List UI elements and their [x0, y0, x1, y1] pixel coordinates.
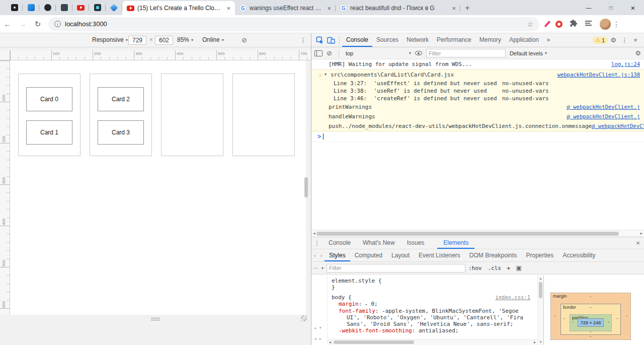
css-property-font-family[interactable]: font-family-apple-system, BlinkMacSystem… — [332, 308, 533, 327]
scroll-right-icon[interactable]: ▸ — [534, 340, 536, 344]
box-model-margin[interactable]: margin - - - - border - - - - padding — [550, 293, 631, 340]
card[interactable]: Card 2 — [98, 87, 144, 111]
pinned-tab-1[interactable] — [6, 0, 23, 15]
console-settings-icon[interactable]: ⚙ — [635, 49, 641, 57]
styles-horizontal-scrollbar[interactable]: ◂ ▸ — [328, 339, 537, 345]
source-link[interactable]: @ webpackHotDevClient.j — [567, 104, 640, 110]
computed-sidebar-toggle-icon[interactable]: ▣ — [513, 264, 525, 271]
expand-triangle-icon[interactable]: ▼ — [325, 73, 327, 77]
highlighter-extension-icon[interactable] — [544, 21, 550, 28]
tab-network[interactable]: Network — [403, 33, 433, 47]
execution-context-select[interactable]: top ▾ — [346, 50, 411, 56]
drawer-close-icon[interactable]: × — [632, 239, 644, 247]
log-levels-select[interactable]: Default levels ▾ — [510, 50, 547, 56]
expand-value-icon[interactable]: ▸ — [365, 302, 368, 307]
css-property-margin[interactable]: margin▸ 0 — [332, 301, 533, 308]
toggle-class-button[interactable]: .cls — [485, 265, 505, 271]
scroll-left-icon[interactable]: ◂ — [329, 340, 331, 344]
tab-sources[interactable]: Sources — [372, 33, 403, 47]
box-model-padding[interactable]: padding - - 729 × 248 — [570, 314, 612, 331]
console-sidebar-icon[interactable] — [314, 50, 323, 56]
page-scrollbar-thumb[interactable] — [304, 177, 308, 197]
scroll-left-icon[interactable]: ◂ — [314, 337, 316, 341]
puzzle-extensions-icon[interactable] — [570, 19, 578, 29]
console-prompt[interactable]: > — [311, 131, 644, 142]
console-filter-input[interactable] — [426, 49, 506, 57]
devtools-close-icon[interactable]: × — [630, 36, 641, 44]
scroll-right-icon[interactable]: ▸ — [319, 337, 321, 341]
subtab-dom-breakpoints[interactable]: DOM Breakpoints — [465, 249, 522, 261]
source-link[interactable]: @ webpackHotDevClient.j — [567, 113, 640, 119]
live-expression-eye-icon[interactable] — [415, 51, 422, 55]
more-tabs-icon[interactable]: » — [543, 33, 554, 47]
pinned-tab-5[interactable] — [72, 0, 89, 15]
url-text[interactable]: localhost:3000 — [65, 20, 107, 28]
devtools-settings-icon[interactable]: ⚙ — [608, 36, 619, 44]
chevron-down-icon[interactable]: ▾ — [319, 266, 326, 270]
reload-icon[interactable]: ↻ — [30, 20, 45, 29]
tab-dnd-search[interactable]: G react beautifull dnd - Поиск в G × — [336, 1, 460, 15]
box-model-content[interactable]: 729 × 248 — [578, 318, 604, 327]
viewport-resize-handle[interactable] — [151, 318, 160, 320]
drawer-tab-console[interactable]: Console — [323, 237, 357, 249]
browser-menu-icon[interactable]: ⋮ — [613, 20, 620, 28]
zoom-select[interactable]: 85% ▾ — [177, 36, 193, 43]
scroll-left-icon[interactable]: ◂ — [313, 231, 315, 236]
clear-console-icon[interactable]: ⊘ — [327, 49, 332, 57]
new-style-rule-icon[interactable]: + — [504, 264, 513, 272]
scrollbar-thumb[interactable] — [539, 282, 542, 298]
subtab-properties[interactable]: Properties — [522, 249, 558, 261]
tab-close-icon[interactable]: × — [452, 5, 456, 12]
pinned-tab-3[interactable] — [39, 0, 56, 15]
drawer-tab-issues[interactable]: Issues — [401, 237, 431, 249]
card[interactable]: Card 3 — [98, 120, 144, 145]
console-horizontal-scrollbar[interactable]: ◂ ▸ — [311, 230, 644, 237]
subtab-layout[interactable]: Layout — [387, 249, 414, 261]
source-link[interactable]: @ webpackHotDevClient.j — [592, 123, 644, 129]
overflow-ellipsis-icon[interactable]: ⋯ — [311, 265, 319, 271]
forward-icon[interactable]: → — [15, 20, 30, 28]
box-model-border[interactable]: border - - - - padding - - 729 × 248 — [560, 304, 621, 335]
inspect-element-icon[interactable] — [314, 36, 326, 44]
drawer-tab-elements[interactable]: Elements — [437, 237, 474, 249]
source-link[interactable]: log.js:24 — [611, 61, 640, 67]
pinned-tab-7[interactable] — [106, 0, 122, 15]
styles-vertical-scrollbar[interactable]: ▴ ▾ — [537, 275, 543, 345]
window-maximize-button[interactable]: □ — [600, 0, 622, 15]
pinned-tab-6[interactable] — [89, 0, 106, 15]
drawer-menu-icon[interactable]: ⋮ — [311, 240, 323, 247]
source-link[interactable]: webpackHotDevClient.js:138 — [557, 72, 640, 78]
scrollbar-thumb[interactable] — [334, 340, 414, 344]
network-throttle-select[interactable]: Online ▾ — [202, 36, 224, 43]
bookmark-star-icon[interactable]: ☆ — [527, 20, 533, 28]
pinned-tab-2[interactable] — [23, 0, 39, 15]
profile-avatar[interactable] — [600, 19, 611, 30]
viewport-height-input[interactable] — [155, 36, 173, 45]
tabs-scroll-right-icon[interactable]: › — [318, 252, 325, 258]
window-close-button[interactable]: × — [622, 0, 644, 15]
card[interactable]: Card 0 — [26, 87, 72, 111]
devtools-menu-icon[interactable]: ⋮ — [619, 36, 630, 44]
tab-close-icon[interactable]: × — [327, 5, 331, 12]
tab-console[interactable]: Console — [342, 33, 372, 47]
tab-useeffect-search[interactable]: G wanings useEffect react dragn d × — [235, 1, 336, 15]
css-property-font-smoothing[interactable]: -webkit-font-smoothingantialiased — [332, 327, 533, 334]
scroll-up-icon[interactable]: ▴ — [538, 277, 543, 281]
red-circle-extension-icon[interactable] — [555, 21, 562, 28]
tab-memory[interactable]: Memory — [475, 33, 505, 47]
toggle-hover-state-button[interactable]: :hov — [465, 265, 485, 271]
pinned-tab-4[interactable] — [56, 0, 72, 15]
tab-application[interactable]: Application — [505, 33, 543, 47]
device-toolbar-toggle-icon[interactable] — [326, 36, 337, 44]
rotate-icon[interactable]: ⊘ — [242, 36, 247, 44]
style-rule-body[interactable]: body { index.css:1 — [332, 294, 533, 301]
drawer-tab-whats-new[interactable]: What's New — [357, 237, 401, 249]
style-rule-element[interactable]: element.style { — [332, 278, 533, 284]
subtab-computed[interactable]: Computed — [350, 249, 387, 261]
scroll-down-icon[interactable]: ▾ — [538, 340, 543, 344]
warning-count-badge[interactable]: ⚠ 1 — [593, 37, 608, 44]
tabs-scroll-left-icon[interactable]: ‹ — [311, 252, 318, 258]
subtab-accessibility[interactable]: Accessibility — [558, 249, 600, 261]
window-minimize-button[interactable]: — — [578, 0, 600, 15]
card[interactable]: Card 1 — [26, 120, 72, 145]
